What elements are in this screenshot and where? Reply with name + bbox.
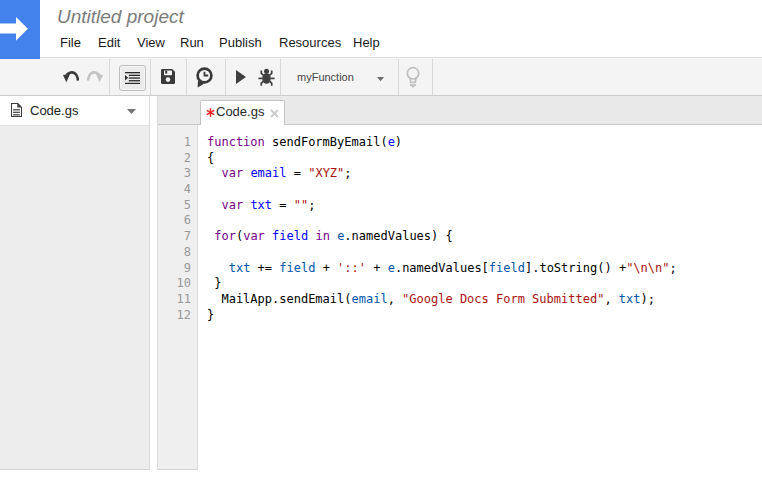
- code-token: ,: [388, 292, 402, 306]
- history-button[interactable]: [195, 67, 214, 89]
- code-token: ,: [604, 292, 618, 306]
- line-number: 3: [158, 166, 197, 182]
- code-token: ;: [669, 261, 676, 275]
- code-token: "\n\n": [626, 261, 669, 275]
- code-line: txt += field + '::' + e.namedValues[fiel…: [207, 261, 761, 277]
- sidebar-item-code-gs[interactable]: Code.gs: [0, 96, 149, 126]
- undo-icon: [63, 71, 79, 83]
- code-token: var: [243, 229, 265, 243]
- menu-view[interactable]: View: [137, 35, 165, 50]
- run-icon: [236, 70, 246, 84]
- code-line: {: [207, 151, 761, 167]
- function-selector[interactable]: myFunction: [281, 58, 396, 95]
- code-token: .namedValues) {: [344, 229, 452, 243]
- run-button[interactable]: [236, 70, 246, 84]
- toolbar-separator: [186, 59, 187, 95]
- code-token: "Google Docs Form Submitted": [402, 292, 604, 306]
- history-icon: [195, 67, 214, 89]
- code-line: var txt = "";: [207, 198, 761, 214]
- line-number: 12: [158, 308, 197, 324]
- code-token: MailApp.sendEmail(: [207, 292, 352, 306]
- code-token: e: [388, 135, 395, 149]
- line-number: 1: [158, 135, 197, 151]
- code-token: field: [272, 229, 308, 243]
- line-number: 10: [158, 276, 197, 292]
- code-line: [207, 213, 761, 229]
- toolbar-separator: [398, 59, 399, 95]
- menu-publish[interactable]: Publish: [219, 35, 262, 50]
- code-token: }: [207, 308, 214, 322]
- menu-run[interactable]: Run: [180, 35, 204, 50]
- code-token: e: [388, 261, 395, 275]
- code-token: ;: [344, 166, 351, 180]
- files-sidebar: Code.gs: [0, 96, 150, 470]
- code-token: =: [272, 198, 294, 212]
- arrow-icon: [0, 0, 40, 59]
- debug-icon: [258, 68, 275, 86]
- toolbar: myFunction: [0, 57, 762, 96]
- apps-script-logo: [0, 0, 40, 59]
- redo-icon: [87, 71, 103, 83]
- code-token: email: [352, 292, 388, 306]
- redo-button[interactable]: [87, 71, 103, 83]
- code-token: txt: [250, 198, 272, 212]
- header: Untitled project File Edit View Run Publ…: [0, 0, 762, 57]
- code-token: in: [315, 229, 329, 243]
- code-token: .namedValues[: [395, 261, 489, 275]
- code-token: field: [489, 261, 525, 275]
- indent-icon: [125, 72, 140, 84]
- save-icon: [161, 69, 175, 84]
- undo-button[interactable]: [63, 71, 79, 83]
- file-icon: [11, 103, 22, 117]
- line-number: 7: [158, 229, 197, 245]
- code-token: sendFormByEmail(: [265, 135, 388, 149]
- tab-bar: Code.gs: [158, 96, 762, 125]
- code-token: [265, 229, 272, 243]
- code-token: txt: [229, 261, 251, 275]
- code-editor[interactable]: 123456789101112 function sendFormByEmail…: [158, 125, 762, 470]
- code-token: field: [279, 261, 315, 275]
- code-line: }: [207, 276, 761, 292]
- menu-file[interactable]: File: [60, 35, 81, 50]
- line-numbers: 123456789101112: [158, 125, 198, 470]
- code-token: }: [207, 276, 221, 290]
- file-menu-caret-icon[interactable]: [127, 109, 136, 114]
- code-line: for(var field in e.namedValues) {: [207, 229, 761, 245]
- code-token: txt: [619, 292, 641, 306]
- code-line: var email = "XYZ";: [207, 166, 761, 182]
- line-number: 8: [158, 245, 197, 261]
- code-token: function: [207, 135, 265, 149]
- toolbar-separator: [150, 59, 151, 95]
- tab-close-icon[interactable]: [270, 109, 279, 118]
- tab-code-gs[interactable]: Code.gs: [200, 100, 285, 125]
- line-number: 6: [158, 213, 197, 229]
- menu-resources[interactable]: Resources: [279, 35, 341, 50]
- code-line: }: [207, 308, 761, 324]
- menu-help[interactable]: Help: [353, 35, 380, 50]
- code-token: var: [221, 198, 243, 212]
- code-lines[interactable]: function sendFormByEmail(e){ var email =…: [199, 125, 761, 470]
- code-token: [207, 166, 221, 180]
- code-token: '::': [337, 261, 366, 275]
- code-token: ;: [308, 198, 315, 212]
- hint-button[interactable]: [405, 66, 421, 89]
- code-token: var: [221, 166, 243, 180]
- toolbar-separator: [432, 59, 433, 95]
- code-line: [207, 182, 761, 198]
- code-line: MailApp.sendEmail(email, "Google Docs Fo…: [207, 292, 761, 308]
- save-button[interactable]: [161, 69, 175, 84]
- debug-button[interactable]: [258, 68, 275, 86]
- line-number: 2: [158, 151, 197, 167]
- menu-edit[interactable]: Edit: [98, 35, 120, 50]
- function-selector-value: myFunction: [297, 71, 354, 83]
- code-token: [207, 198, 221, 212]
- toolbar-separator: [109, 59, 110, 95]
- code-token: ].toString() +: [525, 261, 626, 275]
- indent-button[interactable]: [119, 65, 146, 91]
- sidebar-item-label: Code.gs: [30, 103, 78, 118]
- line-number: 4: [158, 182, 197, 198]
- project-title[interactable]: Untitled project: [57, 6, 184, 28]
- unsaved-indicator: [206, 108, 215, 117]
- code-token: ): [395, 135, 402, 149]
- code-token: "": [294, 198, 308, 212]
